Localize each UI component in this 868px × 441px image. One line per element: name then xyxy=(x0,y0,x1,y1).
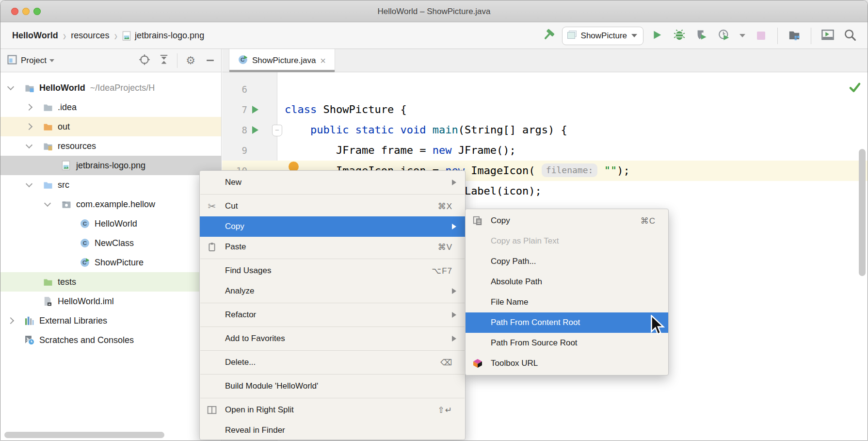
menu-item-copy-as-plain-text[interactable]: Copy as Plain Text xyxy=(466,231,668,251)
tree-item-tests[interactable]: tests xyxy=(0,272,221,292)
menu-item-absolute-path[interactable]: Absolute Path xyxy=(466,272,668,292)
tree-item-idea[interactable]: .idea xyxy=(0,98,221,117)
minimize-icon xyxy=(207,60,214,61)
menu-item-path-from-content-root[interactable]: Path From Content Root xyxy=(466,312,668,333)
chevron-right-icon[interactable] xyxy=(26,123,32,130)
menu-item-reveal-in-finder[interactable]: Reveal in Finder xyxy=(200,420,465,441)
stop-button[interactable] xyxy=(752,27,770,45)
fold-marker[interactable]: − xyxy=(272,125,282,136)
menu-item-find-usages[interactable]: Find Usages⌥F7 xyxy=(200,261,465,281)
horizontal-scrollbar-thumb[interactable] xyxy=(4,432,164,438)
tab-showpicture-java[interactable]: C ShowPicture.java × xyxy=(229,49,335,72)
tree-item-external-libraries[interactable]: External Libraries xyxy=(0,311,221,330)
tree-item-label: com.example.hellow xyxy=(76,199,155,210)
menu-item-analyze[interactable]: Analyze xyxy=(200,281,465,301)
tree-item-com-example-hellow[interactable]: com.example.hellow xyxy=(0,195,221,214)
run-config-selector[interactable]: ShowPicture xyxy=(562,27,643,45)
tree-item-showpicture[interactable]: CShowPicture xyxy=(0,253,221,272)
menu-item-label: Paste xyxy=(225,242,246,252)
run-line-icon[interactable] xyxy=(252,126,258,134)
menu-item-cut[interactable]: ✂Cut⌘X xyxy=(200,196,465,216)
tree-item-src[interactable]: src xyxy=(0,175,221,195)
code-text: JFrame frame = new JFrame(); xyxy=(285,140,516,161)
menu-item-build-module-helloworld[interactable]: Build Module 'HelloWorld' xyxy=(200,376,465,396)
run-anything-button[interactable] xyxy=(819,27,836,45)
profiler-more-button[interactable] xyxy=(738,27,747,45)
submenu-arrow-icon xyxy=(452,336,456,342)
menu-item-label: Copy xyxy=(491,216,510,226)
menu-item-label: Open in Right Split xyxy=(225,405,294,415)
mouse-cursor xyxy=(650,315,665,338)
run-window-icon xyxy=(821,29,834,42)
bug-icon xyxy=(674,29,685,42)
menu-item-refactor[interactable]: Refactor xyxy=(200,305,465,325)
menu-item-label: Find Usages xyxy=(225,266,271,276)
menu-item-file-name[interactable]: File Name xyxy=(466,292,668,312)
menu-item-new[interactable]: New xyxy=(200,172,465,193)
hammer-icon xyxy=(542,29,555,43)
search-everywhere-button[interactable] xyxy=(841,27,859,45)
chevron-right-icon[interactable] xyxy=(7,317,14,324)
profiler-button[interactable] xyxy=(715,27,733,45)
chevron-down-icon[interactable] xyxy=(49,59,54,62)
panel-header-separator xyxy=(177,53,177,68)
tree-item-newclass[interactable]: CNewClass xyxy=(0,233,221,253)
gear-icon: ⚙ xyxy=(186,54,195,67)
breadcrumb-separator: › xyxy=(114,28,117,43)
breadcrumb-item-resources[interactable]: resources xyxy=(71,31,109,41)
menu-separator xyxy=(200,303,465,303)
tree-item-label: External Libraries xyxy=(39,316,107,326)
tree-item-jetbrains-logo-png[interactable]: jetbrains-logo.png xyxy=(0,156,221,175)
collapse-all-button[interactable] xyxy=(158,54,170,67)
tree-item-resources[interactable]: resources xyxy=(0,136,221,156)
breadcrumb-item-jetbrains-logo-png[interactable]: jetbrains-logo.png xyxy=(135,31,204,41)
menu-item-open-in-right-split[interactable]: Open in Right Split⇧↵ xyxy=(200,400,465,420)
run-button[interactable] xyxy=(648,27,666,45)
build-button[interactable] xyxy=(540,27,557,45)
chevron-right-icon[interactable] xyxy=(26,104,32,111)
folder-icon xyxy=(43,103,53,112)
close-icon[interactable]: × xyxy=(320,56,326,65)
project-structure-button[interactable] xyxy=(786,27,803,45)
tree-item-helloworld[interactable]: HelloWorld~/IdeaProjects/H xyxy=(0,78,221,98)
menu-item-path-from-source-root[interactable]: Path From Source Root xyxy=(466,333,668,353)
project-tree: HelloWorld~/IdeaProjects/H.ideaoutresour… xyxy=(0,72,221,441)
menu-separator xyxy=(200,374,465,375)
menu-item-copy[interactable]: Copy⌘C xyxy=(466,211,668,231)
menu-item-delete[interactable]: Delete...⌫ xyxy=(200,352,465,373)
svg-text:C: C xyxy=(83,240,87,246)
hide-panel-button[interactable] xyxy=(204,54,216,67)
chevron-down-icon[interactable] xyxy=(26,142,32,148)
chevron-down-icon[interactable] xyxy=(7,83,14,90)
breadcrumb-item-helloworld[interactable]: HelloWorld xyxy=(12,31,58,41)
menu-item-copy[interactable]: Copy xyxy=(200,216,465,237)
tree-item-label: .idea xyxy=(58,102,77,113)
chevron-down-icon[interactable] xyxy=(44,200,51,207)
run-line-icon[interactable] xyxy=(252,106,258,114)
package-icon xyxy=(62,200,71,209)
locate-file-button[interactable] xyxy=(138,54,151,67)
debug-button[interactable] xyxy=(671,27,688,45)
tree-item-label: ShowPicture xyxy=(95,258,144,268)
settings-button[interactable]: ⚙ xyxy=(184,54,197,67)
menu-item-paste[interactable]: Paste⌘V xyxy=(200,237,465,257)
tree-item-out[interactable]: out xyxy=(0,117,221,136)
menu-item-label: Absolute Path xyxy=(491,277,542,287)
main-toolbar: HelloWorld›resources›jetbrains-logo.png … xyxy=(0,23,868,49)
copy-icon xyxy=(471,216,484,226)
tree-item-helloworld[interactable]: CHelloWorld xyxy=(0,214,221,233)
tree-item-label: HelloWorld.iml xyxy=(58,296,114,307)
run-with-coverage-button[interactable] xyxy=(693,27,710,45)
breadcrumb: HelloWorld›resources›jetbrains-logo.png xyxy=(0,30,204,41)
menu-item-toolbox-url[interactable]: Toolbox URL xyxy=(466,353,668,374)
window-title: HelloWorld – ShowPicture.java xyxy=(0,0,868,22)
vertical-scrollbar-thumb[interactable] xyxy=(859,149,866,276)
tree-item-helloworld-iml[interactable]: HelloWorld.iml xyxy=(0,292,221,311)
menu-item-add-to-favorites[interactable]: Add to Favorites xyxy=(200,328,465,349)
tree-item-scratches-and-consoles[interactable]: Scratches and Consoles xyxy=(0,330,221,350)
tree-item-label: out xyxy=(58,122,70,132)
code-line-8: 8 public static void main(String[] args)… xyxy=(222,120,868,140)
menu-item-label: Delete... xyxy=(225,358,256,367)
menu-item-copy-path[interactable]: Copy Path... xyxy=(466,251,668,272)
chevron-down-icon[interactable] xyxy=(26,180,32,187)
